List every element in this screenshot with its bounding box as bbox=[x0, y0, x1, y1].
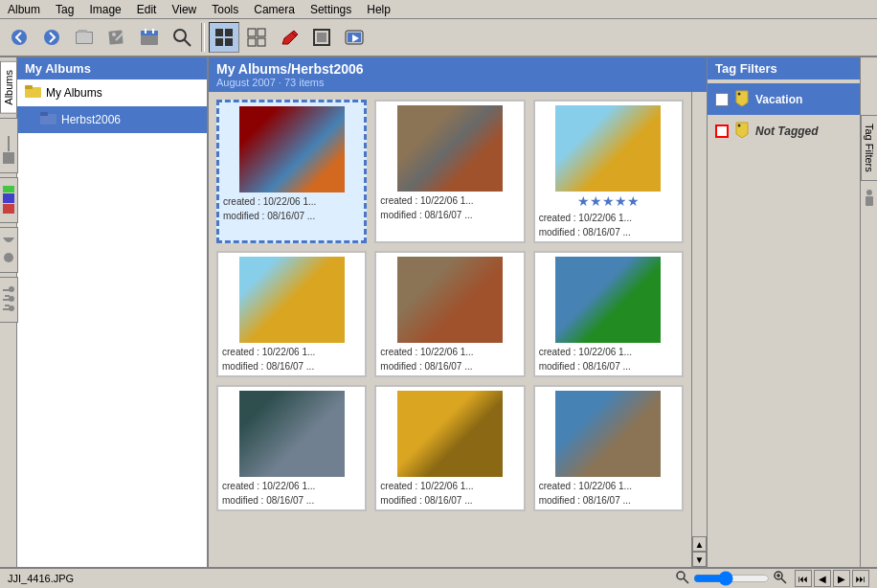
sidebar-tab-tags[interactable] bbox=[0, 277, 18, 323]
center-header-title: My Albums/Herbst2006 bbox=[216, 61, 699, 77]
back-button[interactable] bbox=[4, 22, 34, 53]
menu-album[interactable]: Album bbox=[0, 3, 48, 16]
photo-thumbnail bbox=[239, 106, 345, 192]
tag-checkbox-vacation[interactable] bbox=[715, 93, 729, 106]
tree-item-herbst2006[interactable]: Herbst2006 bbox=[17, 106, 207, 133]
left-panel: My Albums My Albums Herbst2006 bbox=[17, 57, 209, 567]
preview-view-button[interactable] bbox=[241, 22, 272, 53]
photo-meta-created: created : 10/22/06 1... bbox=[223, 196, 360, 207]
photo-meta-modified: modified : 08/16/07 ... bbox=[539, 495, 678, 506]
tags-button[interactable] bbox=[101, 22, 132, 53]
svg-point-46 bbox=[866, 190, 872, 195]
photo-meta-created: created : 10/22/06 1... bbox=[380, 195, 519, 206]
photo-meta-modified: modified : 08/16/07 ... bbox=[222, 495, 361, 506]
statusbar: JJI_4416.JPG ⏮ ◀ ▶ ⏭ bbox=[0, 567, 877, 588]
sidebar-tab-searches[interactable] bbox=[0, 118, 18, 173]
menu-tools[interactable]: Tools bbox=[204, 3, 246, 16]
left-panel-content: My Albums Herbst2006 bbox=[17, 79, 207, 567]
nav-prev-button[interactable]: ◀ bbox=[814, 570, 831, 587]
photo-item[interactable]: created : 10/22/06 1... modified : 08/16… bbox=[533, 385, 684, 511]
sep1 bbox=[201, 23, 205, 52]
right-tab-tag-filters[interactable]: Tag Filters bbox=[861, 115, 878, 181]
svg-point-44 bbox=[738, 93, 741, 96]
menu-edit[interactable]: Edit bbox=[129, 3, 165, 16]
menu-help[interactable]: Help bbox=[359, 3, 398, 16]
svg-rect-47 bbox=[866, 196, 873, 206]
sidebar-tab-albums[interactable]: Albums bbox=[0, 61, 17, 114]
photo-item[interactable]: created : 10/22/06 1... modified : 08/16… bbox=[374, 251, 525, 377]
statusbar-filename: JJI_4416.JPG bbox=[8, 573, 668, 584]
slideshow-button[interactable] bbox=[339, 22, 370, 53]
photo-thumbnail bbox=[397, 257, 503, 343]
forward-button[interactable] bbox=[36, 22, 67, 53]
menu-view[interactable]: View bbox=[164, 3, 204, 16]
menu-settings[interactable]: Settings bbox=[303, 3, 359, 16]
photo-thumbnail bbox=[555, 391, 661, 477]
sidebar-tab-people[interactable] bbox=[0, 227, 18, 273]
search-button[interactable] bbox=[167, 22, 197, 53]
svg-line-49 bbox=[684, 578, 688, 583]
nav-first-button[interactable]: ⏮ bbox=[795, 570, 812, 587]
svg-point-48 bbox=[677, 572, 685, 579]
scroll-up-button[interactable]: ▲ bbox=[692, 536, 707, 552]
photo-item[interactable]: ★★★★★ created : 10/22/06 1... modified :… bbox=[533, 100, 684, 243]
dates-button[interactable] bbox=[134, 22, 165, 53]
nav-last-button[interactable]: ⏭ bbox=[852, 570, 869, 587]
nav-controls: ⏮ ◀ ▶ ⏭ bbox=[795, 570, 869, 587]
tag-label-vacation: Vacation bbox=[755, 93, 802, 106]
scroll-down-button[interactable]: ▼ bbox=[692, 552, 707, 567]
tag-icon-not-tagged bbox=[734, 121, 750, 141]
edit-photo-button[interactable] bbox=[274, 22, 304, 53]
photo-grid-container[interactable]: created : 10/22/06 1... modified : 08/16… bbox=[209, 92, 691, 567]
photo-item[interactable]: created : 10/22/06 1... modified : 08/16… bbox=[374, 100, 525, 243]
photo-item[interactable]: created : 10/22/06 1... modified : 08/16… bbox=[374, 385, 525, 511]
photo-thumbnail bbox=[397, 391, 503, 477]
photo-meta-created: created : 10/22/06 1... bbox=[539, 347, 678, 357]
tag-checkbox-not-tagged[interactable] bbox=[715, 124, 729, 138]
svg-rect-23 bbox=[317, 33, 326, 42]
nav-next-button[interactable]: ▶ bbox=[833, 570, 850, 587]
photo-item[interactable]: created : 10/22/06 1... modified : 08/16… bbox=[533, 251, 684, 377]
zoom-slider[interactable] bbox=[693, 571, 770, 586]
svg-rect-20 bbox=[258, 38, 265, 46]
photo-thumbnail bbox=[397, 105, 503, 192]
svg-point-45 bbox=[738, 124, 741, 127]
svg-point-6 bbox=[112, 33, 116, 36]
svg-point-0 bbox=[11, 30, 27, 45]
tag-label-not-tagged: Not Tagged bbox=[755, 124, 819, 138]
svg-rect-29 bbox=[3, 193, 14, 203]
tag-filter-vacation[interactable]: Vacation bbox=[708, 83, 860, 115]
svg-rect-5 bbox=[108, 31, 123, 45]
svg-line-51 bbox=[781, 578, 786, 583]
photo-meta-created: created : 10/22/06 1... bbox=[380, 481, 519, 491]
right-panel-header: Tag Filters bbox=[708, 57, 860, 79]
svg-rect-26 bbox=[3, 152, 14, 164]
svg-rect-8 bbox=[141, 31, 158, 35]
albums-button[interactable] bbox=[69, 22, 100, 53]
zoom-control bbox=[676, 571, 787, 586]
svg-rect-41 bbox=[25, 85, 33, 89]
center-panel: My Albums/Herbst2006 August 2007 · 73 it… bbox=[209, 57, 707, 567]
photo-meta-modified: modified : 08/16/07 ... bbox=[222, 361, 361, 372]
svg-point-31 bbox=[4, 253, 13, 262]
photo-meta-modified: modified : 08/16/07 ... bbox=[380, 495, 519, 506]
photo-meta-modified: modified : 08/16/07 ... bbox=[223, 211, 360, 221]
menu-image[interactable]: Image bbox=[81, 3, 128, 16]
svg-rect-15 bbox=[215, 38, 223, 46]
sidebar-tab-labels[interactable] bbox=[0, 177, 18, 223]
photo-item[interactable]: created : 10/22/06 1... modified : 08/16… bbox=[216, 251, 367, 377]
svg-rect-4 bbox=[77, 33, 92, 43]
menu-tag[interactable]: Tag bbox=[48, 3, 81, 16]
tag-filter-list: Vacation Not Tagged bbox=[708, 79, 860, 150]
svg-rect-14 bbox=[225, 29, 233, 36]
photo-item[interactable]: created : 10/22/06 1... modified : 08/16… bbox=[216, 385, 367, 511]
photo-meta-modified: modified : 08/16/07 ... bbox=[539, 227, 678, 237]
fullscreen-button[interactable] bbox=[306, 22, 337, 53]
thumbnail-view-button[interactable] bbox=[209, 22, 239, 53]
center-header: My Albums/Herbst2006 August 2007 · 73 it… bbox=[209, 57, 707, 92]
menu-camera[interactable]: Camera bbox=[246, 3, 303, 16]
tree-item-my-albums[interactable]: My Albums bbox=[17, 79, 207, 106]
svg-rect-33 bbox=[3, 308, 10, 310]
tag-filter-not-tagged[interactable]: Not Tagged bbox=[708, 115, 860, 147]
photo-item[interactable]: created : 10/22/06 1... modified : 08/16… bbox=[216, 100, 367, 243]
